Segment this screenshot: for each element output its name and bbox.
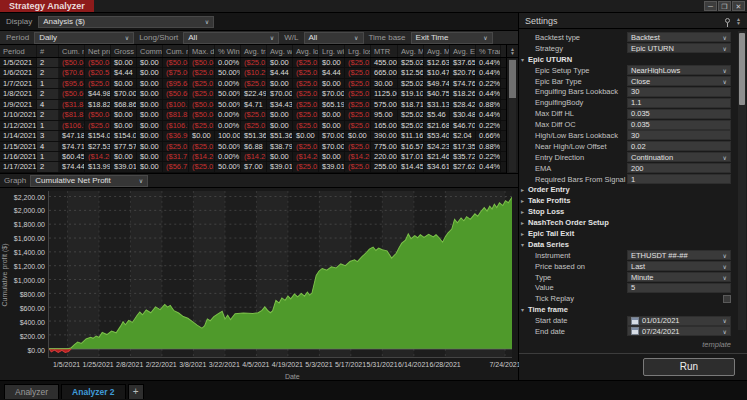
dropdown-field[interactable]: Continuation∨ (627, 152, 731, 162)
table-row[interactable]: 1/8/20212($50.66)$44.98$70.00$0.00($50.6… (0, 89, 518, 99)
table-row[interactable]: 1/15/20214$74.71$27.53$77.57$0.00($25.02… (0, 142, 518, 152)
table-row[interactable]: 1/5/20212($50.04)($50.04)$0.00$0.00($50.… (0, 58, 518, 68)
tab-analyzer[interactable]: Analyzer (4, 384, 59, 399)
setting-data-series[interactable]: ▾Data Series (519, 239, 747, 250)
setting-entry-direction[interactable]: Entry DirectionContinuation∨ (519, 152, 747, 163)
table-row[interactable]: 1/16/20211$60.45($14.26)$0.00$0.00($31.7… (0, 152, 518, 162)
setting-max-diff-hl[interactable]: Max Diff HL0.035 (519, 108, 747, 119)
setting-ema[interactable]: EMA200 (519, 163, 747, 174)
setting-engulfingbody[interactable]: EngulfingBody1.1 (519, 97, 747, 108)
setting-stop-loss[interactable]: ▸Stop Loss (519, 206, 747, 217)
column-header[interactable]: Avg. los (293, 45, 319, 57)
column-header[interactable]: Cum. m (163, 45, 189, 57)
setting-take-profits[interactable]: ▸Take Profits (519, 195, 747, 206)
collapsed-triangle-icon[interactable]: ▸ (521, 219, 524, 226)
setting-engulfing-bars-lookback[interactable]: Engulfing Bars Lookback30 (519, 86, 747, 97)
time-base-dropdown[interactable]: Exit Time ∨ (411, 32, 493, 44)
tab-analyzer-2[interactable]: Analyzer 2 (61, 384, 126, 399)
column-header[interactable]: Lrg. win (319, 45, 345, 57)
scroll-down-icon[interactable]: ▼ (510, 51, 515, 55)
run-button[interactable]: Run (643, 358, 735, 376)
table-row[interactable]: 1/10/20212($81.88)($50.04)$0.00$0.00($81… (0, 110, 518, 120)
column-header[interactable]: % Trade (476, 45, 501, 57)
scroll-down-icon[interactable]: ▼ (736, 21, 741, 25)
settings-scrollbar[interactable] (738, 31, 746, 330)
win-loss-dropdown[interactable]: All ∨ (304, 32, 364, 44)
setting-tick-replay[interactable]: Tick Replay (519, 293, 747, 304)
input-field[interactable]: 0.035 (627, 109, 731, 119)
close-icon[interactable]: ✕ (732, 1, 745, 11)
table-row[interactable]: 1/9/20214($31.84)$18.82$68.86$0.00($100.… (0, 100, 518, 110)
expanded-triangle-icon[interactable]: ▾ (521, 306, 524, 313)
dropdown-field[interactable]: NearHighLows∨ (627, 65, 731, 75)
setting-price-based-on[interactable]: Price based onLast∨ (519, 261, 747, 272)
input-field[interactable]: 1.1 (627, 98, 731, 108)
chart-plot[interactable] (48, 191, 512, 358)
collapsed-triangle-icon[interactable]: ▸ (521, 208, 524, 215)
setting-instrument[interactable]: InstrumentETHUSDT ##-##∨ (519, 250, 747, 261)
dropdown-field[interactable]: Backtest∨ (627, 32, 731, 42)
input-field[interactable]: 30 (627, 87, 731, 97)
expanded-triangle-icon[interactable]: ▾ (521, 241, 524, 248)
dropdown-field[interactable]: Close∨ (627, 76, 731, 86)
table-row[interactable]: 1/12/20211($106.90)($25.02)$0.00$0.00($1… (0, 121, 518, 131)
column-header[interactable]: Max. dr (189, 45, 215, 57)
add-tab-button[interactable]: + (128, 384, 144, 399)
date-field[interactable]: 07/24/2021∨ (627, 326, 731, 336)
dropdown-field[interactable]: Minute∨ (627, 272, 731, 282)
setting-near-high-low-offset[interactable]: Near High/Low Offset0.02 (519, 141, 747, 152)
collapsed-triangle-icon[interactable]: ▸ (521, 197, 524, 204)
setting-end-date[interactable]: End date07/24/2021∨ (519, 326, 747, 337)
column-header[interactable]: Avg. tra (241, 45, 267, 57)
setting-backtest-type[interactable]: Backtest typeBacktest∨ (519, 32, 747, 43)
collapsed-triangle-icon[interactable]: ▸ (521, 186, 524, 193)
table-row[interactable]: 1/14/20213$47.18$154.08$154.08$0.00($36.… (0, 131, 518, 141)
setting-nashtech-order-setup[interactable]: ▸NashTech Order Setup (519, 217, 747, 228)
setting-type[interactable]: TypeMinute∨ (519, 272, 747, 283)
input-field[interactable]: 30 (627, 130, 731, 140)
table-row[interactable]: 1/7/20211($95.64)($25.02)$0.00$0.00($95.… (0, 79, 518, 89)
column-header[interactable]: Commis (137, 45, 163, 57)
collapsed-triangle-icon[interactable]: ▸ (521, 230, 524, 237)
column-header[interactable]: MTR (371, 45, 398, 57)
input-field[interactable]: 5 (627, 283, 731, 293)
input-field[interactable]: 200 (627, 163, 731, 173)
date-field[interactable]: 01/01/2021∨ (627, 316, 731, 326)
scrollbar-track[interactable] (509, 59, 516, 172)
column-header[interactable]: Lrg. los (345, 45, 371, 57)
setting-strategy[interactable]: StrategyEpic UTURN∨ (519, 43, 747, 54)
column-header[interactable]: Net prof (85, 45, 111, 57)
setting-required-bars-from-signal[interactable]: Required Bars From Signal1 (519, 174, 747, 185)
setting-time-frame[interactable]: ▾Time frame (519, 304, 747, 315)
setting-epic-bar-type[interactable]: Epic Bar TypeClose∨ (519, 76, 747, 87)
panel-scroll-spinner[interactable]: ▲ ▼ (736, 17, 741, 25)
dropdown-field[interactable]: ETHUSDT ##-##∨ (627, 250, 731, 260)
input-field[interactable]: 1 (627, 174, 731, 184)
setting-order-entry[interactable]: ▸Order Entry (519, 184, 747, 195)
setting-epic-tail-exit[interactable]: ▸Epic Tail Exit (519, 228, 747, 239)
column-header[interactable]: Avg. MA (398, 45, 424, 57)
tick-replay-checkbox[interactable] (723, 295, 731, 303)
column-header[interactable]: Period (0, 45, 37, 57)
table-row[interactable]: 1/17/20212$74.44$13.99$39.01$0.00($56.73… (0, 162, 518, 172)
input-field[interactable]: 0.035 (627, 120, 731, 130)
minimize-icon[interactable]: ─ (704, 1, 717, 11)
column-header[interactable]: Avg. MF (424, 45, 450, 57)
column-header[interactable]: Avg. wir (267, 45, 293, 57)
table-row[interactable]: 1/6/20212($70.62)($20.58)$4.44$0.00($75.… (0, 68, 518, 78)
restore-icon[interactable]: ❐ (718, 1, 731, 11)
scrollbar-thumb[interactable] (509, 60, 516, 98)
column-header[interactable]: Cum. n (59, 45, 85, 57)
long-short-dropdown[interactable]: All ∨ (183, 32, 279, 44)
setting-epic-uturn[interactable]: ▾Epic UTURN (519, 54, 747, 65)
setting-max-diff-oc[interactable]: Max Diff OC0.035 (519, 119, 747, 130)
dropdown-field[interactable]: Last∨ (627, 261, 731, 271)
expanded-triangle-icon[interactable]: ▾ (521, 56, 524, 63)
setting-value[interactable]: Value5 (519, 282, 747, 293)
column-header[interactable]: Gross p (111, 45, 137, 57)
column-header[interactable]: Avg. ET (450, 45, 476, 57)
column-header[interactable]: % Win (215, 45, 241, 57)
column-header[interactable]: # (37, 45, 59, 57)
column-scroll-spinner[interactable]: ▲ ▼ (507, 45, 518, 58)
input-field[interactable]: 0.02 (627, 141, 731, 151)
